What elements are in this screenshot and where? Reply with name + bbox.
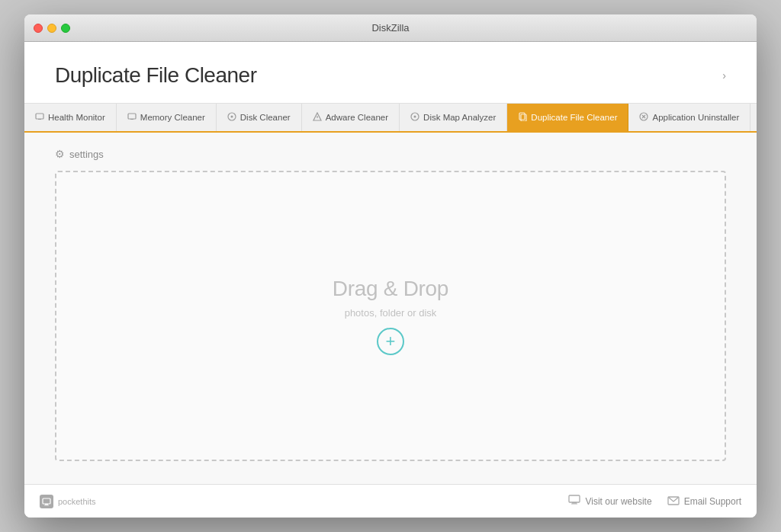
visit-label: Visit our website (585, 496, 651, 507)
footer-logo: pockethits (40, 495, 96, 508)
email-support-link[interactable]: Email Support (667, 495, 741, 508)
memory-cleaner-icon (127, 112, 137, 123)
page-title: Duplicate File Cleaner (55, 63, 256, 88)
adware-cleaner-label: Adware Cleaner (326, 113, 388, 122)
svg-rect-1 (38, 119, 41, 120)
tab-file-shredder[interactable]: File Shredder (750, 104, 757, 131)
logo-text: pockethits (58, 497, 96, 506)
window-title: DiskZilla (371, 22, 409, 34)
svg-point-5 (230, 115, 233, 117)
disk-map-analyzer-label: Disk Map Analyzer (423, 113, 496, 122)
logo-icon (40, 495, 53, 508)
disk-map-analyzer-icon (410, 112, 419, 123)
email-label: Email Support (684, 496, 741, 507)
settings-label[interactable]: settings (69, 149, 104, 160)
svg-rect-10 (519, 113, 525, 120)
visit-website-link[interactable]: Visit our website (568, 495, 651, 508)
tab-disk-map-analyzer[interactable]: Disk Map Analyzer (400, 104, 507, 131)
svg-rect-17 (43, 498, 50, 504)
tab-application-uninstaller[interactable]: Application Uninstaller (628, 104, 750, 131)
drop-plus-button[interactable]: + (377, 328, 404, 355)
drop-title: Drag & Drop (333, 277, 448, 301)
health-monitor-icon (35, 112, 44, 123)
tab-disk-cleaner[interactable]: Disk Cleaner (217, 104, 302, 131)
svg-rect-18 (45, 504, 48, 505)
tabs-bar: Health MonitorMemory CleanerDisk Cleaner… (24, 104, 757, 133)
email-icon (667, 495, 680, 508)
duplicate-file-cleaner-label: Duplicate File Cleaner (531, 113, 617, 122)
traffic-lights (34, 24, 70, 33)
drop-zone[interactable]: Drag & Drop photos, folder or disk + (55, 171, 726, 461)
svg-rect-19 (44, 505, 49, 505)
settings-row: ⚙ settings (55, 148, 726, 160)
expand-arrow[interactable]: › (722, 69, 726, 82)
maximize-button[interactable] (61, 24, 70, 33)
settings-icon: ⚙ (55, 148, 65, 160)
duplicate-file-cleaner-icon (518, 112, 527, 123)
tab-health-monitor[interactable]: Health Monitor (24, 104, 117, 131)
monitor-icon (568, 495, 580, 508)
close-button[interactable] (34, 24, 43, 33)
drop-subtitle: photos, folder or disk (345, 307, 437, 319)
minimize-button[interactable] (47, 24, 56, 33)
svg-rect-2 (128, 114, 136, 119)
header: Duplicate File Cleaner › (24, 42, 757, 104)
footer-links: Visit our website Email Support (568, 495, 741, 508)
content-area: ⚙ settings Drag & Drop photos, folder or… (24, 133, 757, 484)
svg-rect-20 (569, 495, 580, 502)
svg-rect-22 (571, 504, 577, 505)
svg-rect-0 (36, 114, 43, 119)
svg-rect-21 (572, 502, 577, 504)
adware-cleaner-icon (313, 112, 322, 123)
svg-rect-11 (521, 114, 526, 121)
application-uninstaller-icon (639, 112, 648, 123)
disk-cleaner-label: Disk Cleaner (240, 113, 291, 122)
health-monitor-label: Health Monitor (48, 113, 105, 122)
plus-icon: + (386, 332, 396, 351)
svg-point-9 (414, 115, 416, 117)
titlebar: DiskZilla (24, 14, 757, 42)
footer: pockethits Visit our website Email Suppo… (24, 484, 757, 518)
app-window: DiskZilla Duplicate File Cleaner › Healt… (24, 14, 757, 518)
application-uninstaller-label: Application Uninstaller (652, 113, 739, 122)
disk-cleaner-icon (227, 112, 236, 123)
svg-rect-3 (130, 119, 133, 120)
memory-cleaner-label: Memory Cleaner (140, 113, 205, 122)
tab-duplicate-file-cleaner[interactable]: Duplicate File Cleaner (507, 104, 628, 131)
tab-memory-cleaner[interactable]: Memory Cleaner (117, 104, 217, 131)
tab-adware-cleaner[interactable]: Adware Cleaner (302, 104, 400, 131)
